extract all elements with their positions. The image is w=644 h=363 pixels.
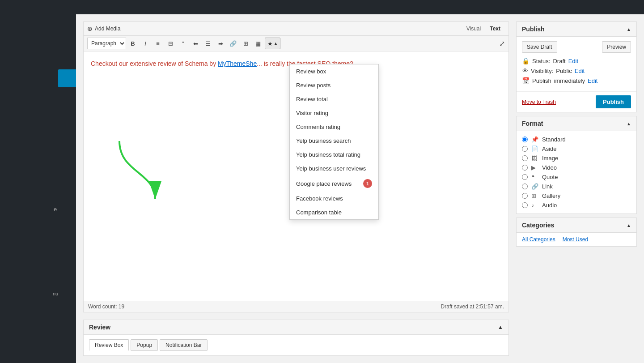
format-label-gallery: Gallery: [542, 192, 560, 199]
visibility-icon: 👁: [522, 67, 528, 74]
format-label-image: Image: [542, 155, 558, 162]
ol-button[interactable]: ⊟: [165, 38, 176, 49]
sidebar-label-e: e: [54, 206, 57, 213]
dropdown-item-comparison-table[interactable]: Comparison table: [290, 205, 378, 219]
review-collapse-icon[interactable]: ▲: [498, 324, 503, 330]
gallery-icon: ⊞: [531, 192, 538, 199]
format-radio-video[interactable]: [522, 165, 528, 171]
status-row: 🔒 Status: Draft Edit: [522, 57, 631, 64]
format-radio-image[interactable]: [522, 155, 528, 161]
dropdown-item-google-reviews[interactable]: Google place reviews 1: [290, 175, 378, 192]
format-radio-quote[interactable]: [522, 174, 528, 180]
dropdown-item-yelp-total[interactable]: Yelp business total rating: [290, 148, 378, 162]
publish-time-row: 📅 Publish immediately Edit: [522, 77, 631, 84]
ul-button[interactable]: ≡: [152, 38, 164, 49]
format-box: Format ▲ 📌 Standard 📄 Aside: [516, 116, 637, 214]
quote-icon: ❝: [531, 174, 538, 180]
all-categories-link[interactable]: All Categories: [522, 236, 555, 243]
publish-box-title: Publish: [522, 26, 545, 33]
align-right-button[interactable]: ➡: [215, 38, 226, 49]
aside-icon: 📄: [531, 145, 538, 152]
image-icon: 🖼: [531, 155, 538, 162]
add-media-label: Add Media: [95, 26, 120, 32]
text-tab[interactable]: Text: [485, 24, 505, 34]
format-option-aside: 📄 Aside: [522, 144, 631, 154]
editor-text-part1: Checkout our extensive review of Schema …: [91, 60, 218, 67]
format-label-quote: Quote: [542, 174, 558, 180]
status-label: Status:: [532, 58, 550, 64]
editor-content[interactable]: Checkout our extensive review of Schema …: [84, 51, 508, 301]
table-button[interactable]: ▦: [252, 38, 264, 49]
align-center-button[interactable]: ☰: [202, 38, 214, 49]
add-media-icon: ⊕: [87, 25, 93, 32]
format-label-standard: Standard: [542, 136, 566, 143]
review-tabs: Review Box Popup Notification Bar: [84, 335, 508, 355]
format-radio-link[interactable]: [522, 184, 528, 189]
save-draft-button[interactable]: Save Draft: [522, 41, 557, 53]
publish-time-label: Publish: [532, 77, 551, 84]
review-section: Review ▲ Review Box Popup Notification B…: [83, 320, 509, 356]
publish-time-edit-link[interactable]: Edit: [588, 77, 597, 84]
format-option-gallery: ⊞ Gallery: [522, 191, 631, 201]
right-sidebar: Publish ▲ Save Draft Preview 🔒 Status: D…: [516, 21, 637, 356]
dropdown-item-yelp-user-reviews[interactable]: Yelp business user reviews: [290, 162, 378, 175]
format-radio-audio[interactable]: [522, 202, 528, 208]
format-options: 📌 Standard 📄 Aside 🖼 Image: [517, 131, 636, 214]
notification-bar-tab[interactable]: Notification Bar: [160, 339, 208, 351]
editor-link[interactable]: MyThemeShe: [218, 60, 257, 67]
main-area: ⊕ Add Media Visual Text Paragraph B I ≡ …: [76, 0, 644, 363]
star-dropdown-button[interactable]: ★ ▲: [265, 38, 280, 49]
format-option-link: 🔗 Link: [522, 182, 631, 191]
preview-button[interactable]: Preview: [602, 41, 631, 53]
video-icon: ▶: [531, 164, 538, 171]
categories-title: Categories: [522, 222, 554, 229]
sidebar-blue-tab[interactable]: [58, 69, 76, 87]
review-box-tab[interactable]: Review Box: [89, 339, 129, 351]
insert-button[interactable]: ⊞: [240, 38, 251, 49]
add-media-button[interactable]: ⊕ Add Media: [87, 25, 120, 32]
dropdown-item-review-posts[interactable]: Review posts: [290, 78, 378, 92]
status-icon: 🔒: [522, 57, 530, 64]
visual-tab[interactable]: Visual: [462, 24, 485, 34]
link-button[interactable]: 🔗: [227, 38, 239, 49]
sidebar-left: e nu: [0, 0, 76, 363]
visibility-row: 👁 Visibility: Public Edit: [522, 67, 631, 74]
dropdown-item-review-total[interactable]: Review total: [290, 92, 378, 106]
audio-icon: ♪: [531, 202, 538, 209]
italic-button[interactable]: I: [140, 38, 151, 49]
publish-time-value: immediately: [554, 77, 585, 84]
green-arrow: [110, 137, 164, 209]
most-used-link[interactable]: Most Used: [563, 236, 588, 243]
dropdown-item-facebook-reviews[interactable]: Facebook reviews: [290, 192, 378, 205]
categories-header: Categories ▲: [517, 218, 636, 233]
bold-button[interactable]: B: [127, 38, 139, 49]
align-left-button[interactable]: ⬅: [190, 38, 201, 49]
format-radio-aside[interactable]: [522, 146, 528, 152]
dropdown-item-visitor-rating[interactable]: Visitor rating: [290, 106, 378, 120]
blockquote-button[interactable]: ": [177, 38, 189, 49]
format-option-audio: ♪ Audio: [522, 201, 631, 210]
sidebar-label-nu: nu: [53, 291, 58, 296]
format-option-standard: 📌 Standard: [522, 135, 631, 144]
popup-tab[interactable]: Popup: [131, 339, 158, 351]
editor-panel: ⊕ Add Media Visual Text Paragraph B I ≡ …: [83, 21, 509, 312]
google-reviews-badge: 1: [363, 179, 372, 188]
format-radio-standard[interactable]: [522, 137, 528, 142]
format-label-aside: Aside: [542, 145, 557, 152]
status-edit-link[interactable]: Edit: [568, 58, 578, 64]
draft-saved: Draft saved at 2:51:57 am.: [441, 303, 504, 310]
dropdown-item-review-box[interactable]: Review box: [290, 64, 378, 78]
format-option-video: ▶ Video: [522, 163, 631, 172]
publish-box: Publish ▲ Save Draft Preview 🔒 Status: D…: [516, 21, 637, 112]
fullscreen-button[interactable]: ⤢: [499, 39, 505, 48]
dropdown-item-yelp-search[interactable]: Yelp business search: [290, 134, 378, 148]
paragraph-select[interactable]: Paragraph: [87, 38, 126, 49]
word-count: Word count: 19: [88, 303, 124, 310]
dropdown-item-comments-rating[interactable]: Comments rating: [290, 120, 378, 134]
visibility-edit-link[interactable]: Edit: [575, 68, 585, 74]
calendar-icon: 📅: [522, 77, 530, 84]
format-option-image: 🖼 Image: [522, 154, 631, 163]
publish-button[interactable]: Publish: [596, 95, 631, 108]
move-to-trash-button[interactable]: Move to Trash: [522, 99, 556, 105]
format-radio-gallery[interactable]: [522, 193, 528, 199]
